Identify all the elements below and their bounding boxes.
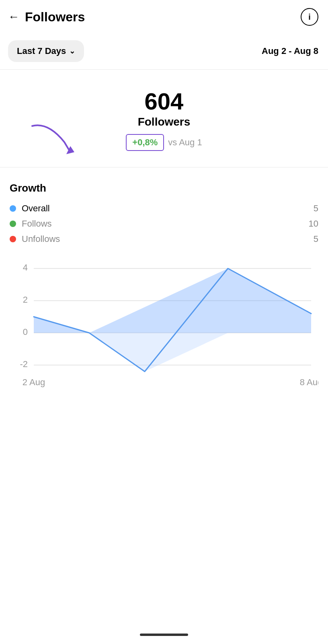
header: ← Followers i: [0, 0, 328, 33]
svg-text:0: 0: [23, 327, 28, 337]
legend-value: 5: [314, 234, 318, 244]
change-row: +0,8% vs Aug 1: [126, 134, 202, 151]
chart-container: 4 2 0 -2 2 Aug 8 Aug: [10, 256, 318, 401]
summary-section: 604 Followers +0,8% vs Aug 1: [0, 70, 328, 167]
growth-section: Growth Overall 5 Follows 10 Unfollows 5: [0, 167, 328, 409]
legend-dot: [10, 205, 16, 212]
page-title: Followers: [25, 10, 85, 25]
date-range-label: Aug 2 - Aug 8: [262, 46, 318, 56]
svg-marker-10: [89, 333, 228, 372]
vs-text: vs Aug 1: [168, 137, 202, 148]
info-button[interactable]: i: [301, 8, 318, 26]
legend-left: Follows: [10, 219, 52, 229]
date-filter-button[interactable]: Last 7 Days ⌄: [8, 40, 84, 62]
followers-count: 604: [145, 90, 184, 113]
followers-label: Followers: [138, 116, 191, 128]
header-left: ← Followers: [8, 10, 85, 25]
legend-item: Overall 5: [10, 203, 318, 214]
legend-dot: [10, 221, 16, 227]
date-filter-label: Last 7 Days: [17, 46, 66, 56]
filter-bar: Last 7 Days ⌄ Aug 2 - Aug 8: [0, 33, 328, 70]
home-indicator: [140, 634, 188, 636]
legend-item: Follows 10: [10, 219, 318, 229]
svg-text:4: 4: [23, 262, 28, 272]
legend-left: Overall: [10, 203, 50, 214]
legend-label: Overall: [22, 203, 50, 214]
change-badge: +0,8%: [126, 134, 164, 151]
svg-text:8 Aug: 8 Aug: [300, 377, 318, 387]
legend-item: Unfollows 5: [10, 234, 318, 244]
legend-label: Follows: [22, 219, 52, 229]
chevron-down-icon: ⌄: [69, 47, 75, 56]
legend-left: Unfollows: [10, 234, 60, 244]
svg-text:-2: -2: [20, 359, 28, 369]
growth-title: Growth: [10, 182, 318, 194]
legend: Overall 5 Follows 10 Unfollows 5: [10, 203, 318, 244]
svg-text:2 Aug: 2 Aug: [23, 377, 45, 387]
legend-dot: [10, 236, 16, 242]
legend-value: 10: [309, 219, 318, 229]
legend-value: 5: [314, 203, 318, 214]
arrow-annotation: [24, 118, 96, 172]
growth-chart: 4 2 0 -2 2 Aug 8 Aug: [10, 256, 318, 401]
legend-label: Unfollows: [22, 234, 60, 244]
back-button[interactable]: ←: [8, 10, 19, 23]
svg-text:2: 2: [23, 295, 28, 305]
